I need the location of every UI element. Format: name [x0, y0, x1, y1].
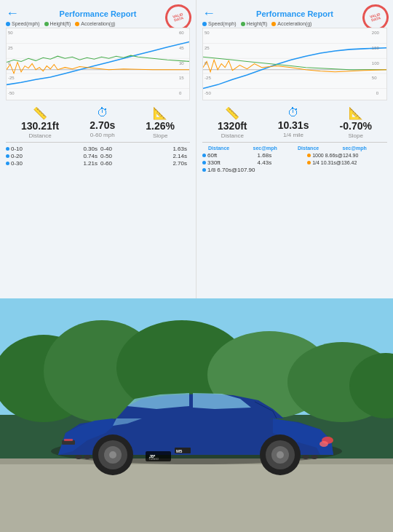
time-row-3: 0-30 1.21s 0-60 2.70s	[6, 160, 190, 167]
stat-time-right: ⏱ 10.31s 1/4 mile	[278, 106, 309, 138]
svg-text:200: 200	[372, 30, 380, 35]
svg-point-47	[277, 451, 284, 458]
qm-row-2: 330ft 4.43s 1/4 10.31s@136.42	[202, 159, 387, 166]
dot-2	[6, 154, 9, 158]
svg-text:-25: -25	[205, 75, 211, 80]
right-panel-title: Performance Report	[202, 9, 387, 18]
svg-text:-50: -50	[205, 90, 211, 95]
left-legend: Speed(mph) Height(ft) Acceleration(g)	[6, 21, 190, 26]
distance-label-right: Distance	[218, 132, 247, 139]
svg-text:TUNED: TUNED	[148, 457, 159, 461]
left-back-button[interactable]: ←	[6, 6, 19, 21]
right-times-header: Distance sec@mph Distance sec@mph	[202, 146, 387, 151]
svg-rect-51	[64, 439, 73, 441]
legend-height: Height(ft)	[44, 21, 71, 26]
qdot-2	[202, 161, 206, 164]
height-dot	[44, 22, 49, 26]
right-divider	[202, 142, 387, 143]
accel-dot	[75, 22, 79, 26]
slope-value-left: 1.26%	[146, 120, 175, 132]
right-panel: ← Performance Report VALID DATA Speed(mp…	[196, 0, 393, 298]
left-panel: ← Performance Report VALID DATA Speed(mp…	[0, 0, 196, 298]
stat-distance-right: 📏 1320ft Distance	[218, 106, 247, 139]
svg-point-43	[109, 451, 116, 458]
right-chart-svg: 50 25 0 -25 -50 200 150 100 50 0	[203, 28, 386, 100]
time-row-1: 0-10 0.30s 0-40 1.63s	[6, 146, 190, 152]
slope-icon-right: 📐	[340, 106, 372, 120]
left-panel-title: Performance Report	[6, 9, 190, 18]
qdot-3	[202, 168, 206, 172]
left-divider	[6, 142, 190, 143]
time-icon-right: ⏱	[278, 106, 309, 119]
left-chart: 50 25 0 -25 -50 60 45 30 15 0	[6, 28, 190, 100]
svg-text:30: 30	[179, 60, 184, 65]
time-row-2: 0-20 0.74s 0-50 2.14s	[6, 153, 190, 159]
legend-accel: Acceleration(g)	[75, 21, 115, 26]
svg-text:0: 0	[8, 60, 11, 65]
svg-text:60: 60	[179, 30, 184, 35]
svg-text:25: 25	[8, 45, 13, 50]
legend-speed-r: Speed(mph)	[202, 21, 237, 26]
svg-text:0: 0	[179, 90, 182, 95]
svg-text:-25: -25	[8, 75, 15, 80]
right-chart: 50 25 0 -25 -50 200 150 100 50 0	[202, 28, 387, 100]
left-stats: 📏 130.21ft Distance ⏱ 2.70s 0-60 mph 📐 1…	[6, 106, 190, 139]
qm-row-3: 1/8 6.70s@107.90	[202, 167, 387, 173]
dot-3	[6, 162, 9, 165]
distance-value-left: 130.21ft	[21, 120, 59, 132]
svg-rect-37	[0, 458, 393, 532]
right-times: Distance sec@mph Distance sec@mph 60ft 1…	[202, 146, 387, 173]
height-dot-r	[241, 22, 245, 26]
legend-height-r: Height(ft)	[241, 21, 268, 26]
speed-dot	[6, 22, 10, 26]
stat-distance-left: 📏 130.21ft Distance	[21, 106, 59, 139]
car-image-svg: M5 JB⁴ TUNED	[0, 298, 393, 532]
stat-time-left: ⏱ 2.70s 0-60 mph	[90, 106, 115, 138]
right-back-button[interactable]: ←	[202, 6, 215, 21]
right-stats: 📏 1320ft Distance ⏱ 10.31s 1/4 mile 📐 -0…	[202, 106, 387, 139]
svg-point-49	[319, 441, 328, 447]
legend-speed: Speed(mph)	[6, 21, 40, 26]
distance-label-left: Distance	[21, 132, 59, 139]
svg-text:100: 100	[372, 60, 380, 65]
left-times: 0-10 0.30s 0-40 1.63s 0-20 0.74s 0-50 2.…	[6, 146, 190, 167]
time-label-right: 1/4 mile	[278, 132, 309, 138]
svg-point-59	[302, 455, 309, 459]
time-label-left: 0-60 mph	[90, 132, 115, 138]
distance-icon-right: 📏	[218, 106, 247, 120]
svg-text:50: 50	[372, 75, 377, 80]
svg-text:15: 15	[179, 75, 184, 80]
speed-dot-r	[202, 22, 207, 26]
svg-text:150: 150	[372, 45, 380, 50]
slope-value-right: -0.70%	[340, 120, 372, 132]
distance-icon-left: 📏	[21, 106, 59, 120]
svg-text:50: 50	[8, 30, 13, 35]
qdot-o2	[307, 161, 311, 164]
svg-point-60	[311, 455, 318, 459]
svg-text:45: 45	[179, 45, 184, 50]
qdot-o1	[307, 154, 311, 157]
svg-text:25: 25	[205, 45, 210, 50]
svg-point-57	[75, 455, 82, 459]
slope-icon-left: 📐	[146, 106, 175, 120]
accel-dot-r	[271, 22, 276, 26]
time-value-left: 2.70s	[90, 119, 115, 131]
svg-text:0: 0	[205, 60, 207, 65]
svg-text:0: 0	[376, 90, 379, 95]
qdot-1	[202, 154, 206, 157]
time-value-right: 10.31s	[278, 119, 309, 131]
dot-1	[6, 147, 9, 151]
legend-accel-r: Acceleration(g)	[271, 21, 311, 26]
qm-row-1: 60ft 1.68s 1000 8.66s@124.90	[202, 152, 387, 159]
stat-slope-left: 📐 1.26% Slope	[146, 106, 175, 139]
slope-label-right: Slope	[340, 132, 372, 139]
svg-text:50: 50	[205, 30, 210, 35]
right-legend: Speed(mph) Height(ft) Acceleration(g)	[202, 21, 387, 26]
svg-text:M5: M5	[176, 449, 183, 453]
car-section: M5 JB⁴ TUNED	[0, 298, 393, 532]
svg-text:-50: -50	[8, 90, 15, 95]
svg-point-58	[84, 455, 91, 459]
left-chart-svg: 50 25 0 -25 -50 60 45 30 15 0	[7, 28, 189, 100]
distance-value-right: 1320ft	[218, 120, 247, 132]
top-panels: ← Performance Report VALID DATA Speed(mp…	[0, 0, 393, 298]
